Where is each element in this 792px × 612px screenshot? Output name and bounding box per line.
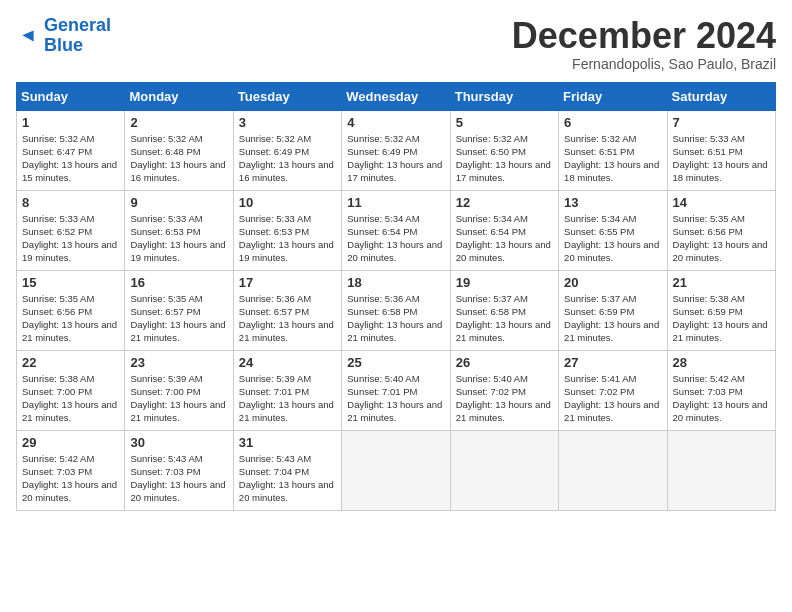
calendar-cell bbox=[667, 430, 775, 510]
calendar-cell: 11 Sunrise: 5:34 AM Sunset: 6:54 PM Dayl… bbox=[342, 190, 450, 270]
day-info: Sunrise: 5:43 AM Sunset: 7:03 PM Dayligh… bbox=[130, 452, 227, 505]
day-info: Sunrise: 5:40 AM Sunset: 7:02 PM Dayligh… bbox=[456, 372, 553, 425]
calendar-cell: 3 Sunrise: 5:32 AM Sunset: 6:49 PM Dayli… bbox=[233, 110, 341, 190]
day-number: 5 bbox=[456, 115, 553, 130]
calendar-cell: 12 Sunrise: 5:34 AM Sunset: 6:54 PM Dayl… bbox=[450, 190, 558, 270]
day-info: Sunrise: 5:38 AM Sunset: 7:00 PM Dayligh… bbox=[22, 372, 119, 425]
calendar-cell: 1 Sunrise: 5:32 AM Sunset: 6:47 PM Dayli… bbox=[17, 110, 125, 190]
calendar-cell: 9 Sunrise: 5:33 AM Sunset: 6:53 PM Dayli… bbox=[125, 190, 233, 270]
weekday-header-row: SundayMondayTuesdayWednesdayThursdayFrid… bbox=[17, 82, 776, 110]
day-info: Sunrise: 5:33 AM Sunset: 6:53 PM Dayligh… bbox=[130, 212, 227, 265]
day-info: Sunrise: 5:37 AM Sunset: 6:59 PM Dayligh… bbox=[564, 292, 661, 345]
day-number: 21 bbox=[673, 275, 770, 290]
calendar-cell: 28 Sunrise: 5:42 AM Sunset: 7:03 PM Dayl… bbox=[667, 350, 775, 430]
day-info: Sunrise: 5:32 AM Sunset: 6:50 PM Dayligh… bbox=[456, 132, 553, 185]
day-number: 11 bbox=[347, 195, 444, 210]
day-number: 27 bbox=[564, 355, 661, 370]
day-info: Sunrise: 5:41 AM Sunset: 7:02 PM Dayligh… bbox=[564, 372, 661, 425]
day-info: Sunrise: 5:35 AM Sunset: 6:56 PM Dayligh… bbox=[673, 212, 770, 265]
calendar-cell: 24 Sunrise: 5:39 AM Sunset: 7:01 PM Dayl… bbox=[233, 350, 341, 430]
day-info: Sunrise: 5:37 AM Sunset: 6:58 PM Dayligh… bbox=[456, 292, 553, 345]
logo: General Blue bbox=[16, 16, 111, 56]
day-info: Sunrise: 5:35 AM Sunset: 6:57 PM Dayligh… bbox=[130, 292, 227, 345]
calendar-cell bbox=[559, 430, 667, 510]
calendar-cell: 21 Sunrise: 5:38 AM Sunset: 6:59 PM Dayl… bbox=[667, 270, 775, 350]
day-number: 7 bbox=[673, 115, 770, 130]
calendar-cell: 31 Sunrise: 5:43 AM Sunset: 7:04 PM Dayl… bbox=[233, 430, 341, 510]
day-number: 26 bbox=[456, 355, 553, 370]
day-info: Sunrise: 5:43 AM Sunset: 7:04 PM Dayligh… bbox=[239, 452, 336, 505]
day-number: 30 bbox=[130, 435, 227, 450]
day-number: 16 bbox=[130, 275, 227, 290]
day-number: 1 bbox=[22, 115, 119, 130]
day-number: 13 bbox=[564, 195, 661, 210]
day-number: 4 bbox=[347, 115, 444, 130]
day-number: 29 bbox=[22, 435, 119, 450]
day-number: 15 bbox=[22, 275, 119, 290]
day-info: Sunrise: 5:34 AM Sunset: 6:54 PM Dayligh… bbox=[347, 212, 444, 265]
weekday-header-tuesday: Tuesday bbox=[233, 82, 341, 110]
day-number: 9 bbox=[130, 195, 227, 210]
day-info: Sunrise: 5:32 AM Sunset: 6:49 PM Dayligh… bbox=[347, 132, 444, 185]
calendar-cell: 13 Sunrise: 5:34 AM Sunset: 6:55 PM Dayl… bbox=[559, 190, 667, 270]
day-info: Sunrise: 5:34 AM Sunset: 6:55 PM Dayligh… bbox=[564, 212, 661, 265]
weekday-header-wednesday: Wednesday bbox=[342, 82, 450, 110]
day-number: 20 bbox=[564, 275, 661, 290]
day-info: Sunrise: 5:32 AM Sunset: 6:48 PM Dayligh… bbox=[130, 132, 227, 185]
logo-general: General bbox=[44, 15, 111, 35]
day-info: Sunrise: 5:40 AM Sunset: 7:01 PM Dayligh… bbox=[347, 372, 444, 425]
day-number: 18 bbox=[347, 275, 444, 290]
day-info: Sunrise: 5:32 AM Sunset: 6:47 PM Dayligh… bbox=[22, 132, 119, 185]
calendar-cell: 19 Sunrise: 5:37 AM Sunset: 6:58 PM Dayl… bbox=[450, 270, 558, 350]
day-info: Sunrise: 5:39 AM Sunset: 7:01 PM Dayligh… bbox=[239, 372, 336, 425]
weekday-header-thursday: Thursday bbox=[450, 82, 558, 110]
day-number: 2 bbox=[130, 115, 227, 130]
calendar-cell: 23 Sunrise: 5:39 AM Sunset: 7:00 PM Dayl… bbox=[125, 350, 233, 430]
calendar-cell: 15 Sunrise: 5:35 AM Sunset: 6:56 PM Dayl… bbox=[17, 270, 125, 350]
day-number: 19 bbox=[456, 275, 553, 290]
day-info: Sunrise: 5:32 AM Sunset: 6:51 PM Dayligh… bbox=[564, 132, 661, 185]
day-info: Sunrise: 5:36 AM Sunset: 6:58 PM Dayligh… bbox=[347, 292, 444, 345]
day-info: Sunrise: 5:32 AM Sunset: 6:49 PM Dayligh… bbox=[239, 132, 336, 185]
day-info: Sunrise: 5:42 AM Sunset: 7:03 PM Dayligh… bbox=[22, 452, 119, 505]
weekday-header-sunday: Sunday bbox=[17, 82, 125, 110]
day-number: 31 bbox=[239, 435, 336, 450]
calendar-table: SundayMondayTuesdayWednesdayThursdayFrid… bbox=[16, 82, 776, 511]
day-number: 22 bbox=[22, 355, 119, 370]
location-subtitle: Fernandopolis, Sao Paulo, Brazil bbox=[512, 56, 776, 72]
day-number: 28 bbox=[673, 355, 770, 370]
day-number: 25 bbox=[347, 355, 444, 370]
calendar-cell: 7 Sunrise: 5:33 AM Sunset: 6:51 PM Dayli… bbox=[667, 110, 775, 190]
calendar-week-row: 22 Sunrise: 5:38 AM Sunset: 7:00 PM Dayl… bbox=[17, 350, 776, 430]
day-info: Sunrise: 5:33 AM Sunset: 6:51 PM Dayligh… bbox=[673, 132, 770, 185]
calendar-week-row: 15 Sunrise: 5:35 AM Sunset: 6:56 PM Dayl… bbox=[17, 270, 776, 350]
day-info: Sunrise: 5:34 AM Sunset: 6:54 PM Dayligh… bbox=[456, 212, 553, 265]
page-header: General Blue December 2024 Fernandopolis… bbox=[16, 16, 776, 72]
calendar-cell: 5 Sunrise: 5:32 AM Sunset: 6:50 PM Dayli… bbox=[450, 110, 558, 190]
calendar-cell: 22 Sunrise: 5:38 AM Sunset: 7:00 PM Dayl… bbox=[17, 350, 125, 430]
day-number: 23 bbox=[130, 355, 227, 370]
calendar-cell: 8 Sunrise: 5:33 AM Sunset: 6:52 PM Dayli… bbox=[17, 190, 125, 270]
calendar-cell: 6 Sunrise: 5:32 AM Sunset: 6:51 PM Dayli… bbox=[559, 110, 667, 190]
day-info: Sunrise: 5:38 AM Sunset: 6:59 PM Dayligh… bbox=[673, 292, 770, 345]
day-number: 14 bbox=[673, 195, 770, 210]
logo-blue: Blue bbox=[44, 35, 83, 55]
title-block: December 2024 Fernandopolis, Sao Paulo, … bbox=[512, 16, 776, 72]
calendar-cell: 25 Sunrise: 5:40 AM Sunset: 7:01 PM Dayl… bbox=[342, 350, 450, 430]
day-number: 3 bbox=[239, 115, 336, 130]
day-number: 8 bbox=[22, 195, 119, 210]
day-number: 6 bbox=[564, 115, 661, 130]
calendar-cell bbox=[450, 430, 558, 510]
svg-marker-1 bbox=[22, 30, 33, 41]
calendar-cell: 10 Sunrise: 5:33 AM Sunset: 6:53 PM Dayl… bbox=[233, 190, 341, 270]
month-title: December 2024 bbox=[512, 16, 776, 56]
calendar-cell: 26 Sunrise: 5:40 AM Sunset: 7:02 PM Dayl… bbox=[450, 350, 558, 430]
calendar-cell: 2 Sunrise: 5:32 AM Sunset: 6:48 PM Dayli… bbox=[125, 110, 233, 190]
weekday-header-friday: Friday bbox=[559, 82, 667, 110]
day-info: Sunrise: 5:35 AM Sunset: 6:56 PM Dayligh… bbox=[22, 292, 119, 345]
logo-text: General Blue bbox=[44, 16, 111, 56]
day-info: Sunrise: 5:39 AM Sunset: 7:00 PM Dayligh… bbox=[130, 372, 227, 425]
calendar-cell: 16 Sunrise: 5:35 AM Sunset: 6:57 PM Dayl… bbox=[125, 270, 233, 350]
day-info: Sunrise: 5:36 AM Sunset: 6:57 PM Dayligh… bbox=[239, 292, 336, 345]
calendar-cell: 29 Sunrise: 5:42 AM Sunset: 7:03 PM Dayl… bbox=[17, 430, 125, 510]
